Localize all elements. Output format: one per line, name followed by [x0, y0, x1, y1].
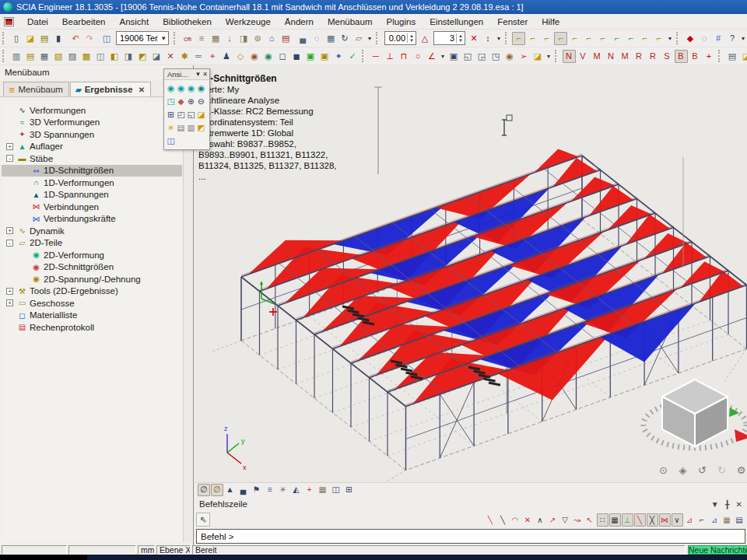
visibility-eye-icon[interactable]: ◉: [503, 50, 517, 63]
select-filled-icon[interactable]: ◼: [290, 50, 303, 63]
toolbar-grip[interactable]: [376, 32, 380, 44]
zoom-selection-icon[interactable]: ◱: [186, 108, 196, 121]
result-V-icon[interactable]: V: [577, 50, 590, 63]
tree-item-2d-spannung-dehnung[interactable]: ◉2D-Spannung/-Dehnung: [2, 273, 182, 285]
snap-special-icon[interactable]: ⊿: [709, 513, 721, 527]
units-cm-icon[interactable]: ㎝: [181, 32, 195, 45]
more-scales-icon[interactable]: ▾: [495, 32, 502, 45]
render-mode-icon[interactable]: ◆: [176, 95, 186, 108]
cube-zoom-icon[interactable]: ⊙: [658, 464, 670, 476]
toggle-empty-entities-2-icon[interactable]: ∅: [211, 484, 223, 496]
draw-circle-icon[interactable]: ○: [412, 50, 425, 63]
polygon-select-icon[interactable]: ◇: [234, 50, 247, 63]
expand-icon[interactable]: +: [6, 227, 13, 234]
copy-4-icon[interactable]: ◳: [489, 50, 503, 63]
more-draw-icon[interactable]: ▾: [440, 50, 447, 63]
expand-icon[interactable]: +: [6, 143, 13, 150]
layers-icon[interactable]: ≡: [195, 32, 209, 45]
new-project-icon[interactable]: ▯: [10, 32, 23, 45]
tree-item-materialliste[interactable]: ◻Materialliste: [2, 310, 182, 322]
view-xy-icon[interactable]: ◉: [166, 82, 176, 95]
collapse-icon[interactable]: -: [6, 155, 13, 162]
tree-item-2d-schnittgr-en[interactable]: ◉2D-Schnittgrößen: [2, 261, 182, 274]
close-icon[interactable]: ✕: [139, 86, 145, 94]
select-cursor-icon[interactable]: ◻: [276, 50, 289, 63]
pin-icon[interactable]: ╂: [725, 500, 730, 509]
toggle-table-view-icon[interactable]: ⊞: [343, 484, 356, 496]
storeys-icon[interactable]: ⌂: [265, 32, 279, 45]
tree-item-3d-verformungen[interactable]: ≈3D Verformungen: [2, 117, 182, 129]
toggle-grid-icon[interactable]: ⌐: [652, 32, 665, 45]
menu-men-baum[interactable]: Menübaum: [321, 16, 380, 28]
toolbar-grip[interactable]: [2, 50, 6, 62]
menu-fenster[interactable]: Fenster: [490, 16, 535, 28]
beam-view-4-icon[interactable]: ▧: [52, 50, 65, 63]
result-B-icon[interactable]: B: [675, 50, 688, 63]
menu-werkzeuge[interactable]: Werkzeuge: [219, 16, 278, 28]
save-picture-icon[interactable]: ▥: [186, 121, 196, 135]
command-input[interactable]: Befehl >: [196, 529, 745, 544]
snap-edge-icon[interactable]: ▽: [559, 513, 571, 527]
cube-settings-icon[interactable]: ⚙: [735, 464, 747, 476]
more-toggles-icon[interactable]: ▾: [666, 32, 673, 45]
result-move-icon[interactable]: +: [703, 50, 716, 63]
toggle-empty-entities-icon[interactable]: ∅: [198, 484, 210, 496]
document-icon[interactable]: ▱: [352, 32, 366, 45]
inquiry-icon[interactable]: ?: [725, 32, 738, 45]
copy-3-icon[interactable]: ◲: [475, 50, 489, 63]
user-view-icon[interactable]: ♟: [220, 50, 233, 63]
menu-plugins[interactable]: Plugins: [379, 16, 423, 28]
toggle-model-data-icon[interactable]: +: [303, 484, 316, 496]
snap-arc-icon[interactable]: ◠: [510, 513, 521, 527]
menu-ndern[interactable]: Ändern: [278, 16, 321, 28]
result-N-icon[interactable]: N: [563, 50, 576, 63]
scale-spinner[interactable]: 0.00 ▲▼: [384, 31, 416, 45]
toolbar-grip[interactable]: [555, 50, 559, 62]
tree-item-2d-verformung[interactable]: ◉2D-Verformung: [2, 249, 182, 261]
model-viewport[interactable]: zyx 1D-SchnittgrößenWerte: MyNichtlinear…: [195, 65, 747, 482]
tree-item-auflager[interactable]: +▲Auflager: [2, 141, 182, 153]
tree-item-2d-teile[interactable]: -▱2D-Teile: [2, 237, 182, 250]
toggle-render-b-icon[interactable]: ◉: [262, 50, 275, 63]
intersect-b-icon[interactable]: ▣: [318, 50, 331, 63]
snap-line-end-icon[interactable]: ╲: [497, 513, 509, 527]
toggle-stress-icon[interactable]: ⌐: [596, 32, 609, 45]
beam-view-2-icon[interactable]: ▤: [24, 50, 37, 63]
count-spinner[interactable]: 3 ▲▼: [433, 31, 465, 45]
snap-intersection-icon[interactable]: ⋈: [659, 513, 671, 527]
expand-icon[interactable]: +: [6, 288, 13, 295]
menu-einstellungen[interactable]: Einstellungen: [423, 16, 490, 28]
status-plane[interactable]: Ebene XY: [156, 545, 191, 555]
toolbar-grip[interactable]: [174, 32, 177, 44]
tree-item-dynamik[interactable]: +∿Dynamik: [2, 225, 182, 237]
close-icon[interactable]: ✕: [736, 500, 742, 509]
draw-open-rect-icon[interactable]: ⊓: [398, 50, 411, 63]
print-icon[interactable]: ▄: [296, 32, 310, 45]
snap-grid-dot-icon[interactable]: ∷: [597, 513, 608, 527]
tree-item-1d-schnittgr-en[interactable]: ↭1D-Schnittgrößen: [2, 165, 182, 177]
result-M-icon[interactable]: M: [591, 50, 604, 63]
result-R2-icon[interactable]: R: [647, 50, 660, 63]
result-N2-icon[interactable]: N: [605, 50, 618, 63]
beam-view-6-icon[interactable]: ▩: [80, 50, 93, 63]
toggle-reactions-icon[interactable]: ⌐: [568, 32, 581, 45]
report-open-icon[interactable]: ◪: [740, 50, 747, 63]
tree-item-rechenprotokoll[interactable]: ▤Rechenprotokoll: [2, 321, 182, 334]
toolbar-grip[interactable]: [718, 50, 722, 62]
solver-setup-icon[interactable]: ⊛: [251, 32, 265, 45]
mesh-setup-icon[interactable]: ▦: [209, 32, 223, 45]
toggle-panel-view-icon[interactable]: ◫: [330, 484, 342, 496]
menu-hilfe[interactable]: Hilfe: [535, 16, 566, 28]
activity-icon[interactable]: ↓: [223, 32, 237, 45]
menu-bibliotheken[interactable]: Bibliotheken: [156, 16, 219, 28]
beam-view-7-icon[interactable]: ◫: [94, 50, 107, 63]
beam-view-5-icon[interactable]: ▨: [66, 50, 79, 63]
new-messages-button[interactable]: Neue Nachrichte: [688, 545, 747, 555]
view-yz-icon[interactable]: ◉: [186, 82, 196, 95]
search-icon[interactable]: ◌: [310, 32, 324, 45]
save-project-icon[interactable]: ▮: [52, 32, 65, 45]
toggle-grid-view-icon[interactable]: ▦: [317, 484, 329, 496]
floating-view-toolbar[interactable]: Ansi... ▼ ✕ ◉◉◉◉◳◆⊕⊖⊞◰◱◪☀▤▥◩◫: [163, 68, 210, 150]
tree-item-geschosse[interactable]: +▭Geschosse: [2, 297, 182, 310]
member-check-icon[interactable]: ◆: [683, 32, 696, 45]
